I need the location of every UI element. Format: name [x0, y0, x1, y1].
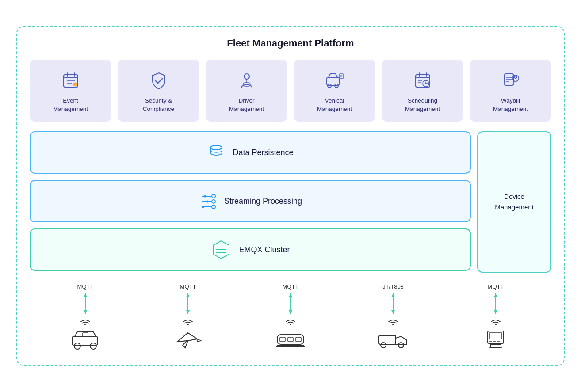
svg-rect-63 — [280, 337, 285, 342]
car-icon — [69, 328, 101, 351]
device-management-label: DeviceManagement — [495, 191, 534, 213]
svg-point-51 — [74, 343, 80, 349]
emqx-label: EMQX Cluster — [239, 245, 290, 255]
arrow-terminal — [491, 293, 500, 315]
arrow-car — [81, 293, 90, 315]
tier-emqx: EMQX Cluster — [30, 228, 471, 271]
svg-point-73 — [381, 343, 386, 348]
vehicle-train: MQTT — [239, 283, 342, 351]
svg-rect-65 — [296, 337, 301, 342]
svg-marker-60 — [289, 310, 292, 314]
vehical-label: VehicalManagement — [317, 97, 352, 114]
truck-icon — [377, 328, 409, 351]
svg-rect-14 — [340, 74, 343, 79]
wifi-terminal — [489, 316, 502, 325]
security-label: Security &Compliance — [143, 97, 174, 114]
svg-point-8 — [244, 74, 249, 79]
streaming-icon — [199, 192, 217, 210]
main-area: Data Persistence — [30, 131, 551, 273]
train-icon — [275, 328, 306, 351]
platform-container: Fleet Management Platform ! EventManagem… — [16, 26, 565, 366]
tier-data-persistence: Data Persistence — [30, 131, 471, 174]
protocol-terminal: MQTT — [488, 283, 504, 290]
svg-marker-70 — [391, 310, 395, 314]
waybill-label: WaybillManagement — [493, 97, 528, 114]
arrow-plane — [183, 293, 192, 315]
security-icon — [147, 69, 170, 92]
terminal-icon — [480, 328, 512, 351]
module-event[interactable]: ! EventManagement — [30, 60, 111, 122]
modules-row: ! EventManagement Security &Compliance — [30, 60, 551, 122]
plane-icon — [172, 328, 204, 351]
svg-point-61 — [290, 324, 291, 325]
svg-marker-77 — [494, 310, 497, 314]
driver-label: DriverManagement — [229, 97, 264, 114]
svg-point-32 — [210, 145, 222, 150]
svg-point-74 — [398, 343, 404, 348]
module-security[interactable]: Security &Compliance — [118, 60, 199, 122]
svg-rect-50 — [72, 336, 98, 345]
svg-point-57 — [187, 324, 189, 325]
svg-text:!: ! — [75, 84, 76, 87]
svg-marker-76 — [494, 293, 497, 297]
svg-point-33 — [212, 194, 215, 198]
svg-point-71 — [392, 324, 394, 325]
svg-point-39 — [203, 195, 206, 198]
vehicle-car: MQTT — [34, 283, 137, 351]
svg-marker-69 — [391, 293, 395, 297]
protocol-plane: MQTT — [180, 283, 196, 290]
svg-point-34 — [212, 200, 215, 203]
wifi-car — [79, 316, 92, 325]
svg-rect-64 — [288, 337, 293, 342]
scheduling-label: SchedulingManagement — [405, 97, 440, 114]
svg-marker-59 — [289, 293, 292, 297]
svg-marker-55 — [186, 293, 190, 297]
protocol-train: MQTT — [283, 283, 299, 290]
platform-title: Fleet Management Platform — [30, 38, 551, 49]
emqx-icon — [210, 239, 232, 260]
data-persistence-label: Data Persistence — [233, 148, 293, 157]
module-scheduling[interactable]: SchedulingManagement — [382, 60, 463, 122]
svg-point-41 — [202, 206, 204, 208]
tier-streaming: Streaming Processing — [30, 180, 471, 222]
wifi-truck — [387, 316, 399, 325]
driver-icon — [235, 69, 258, 92]
svg-rect-62 — [277, 335, 304, 344]
svg-point-49 — [84, 324, 86, 325]
protocol-car: MQTT — [77, 283, 94, 290]
svg-marker-48 — [84, 310, 87, 314]
left-column: Data Persistence — [30, 131, 471, 273]
event-label: EventManagement — [53, 97, 88, 114]
svg-rect-53 — [83, 333, 88, 336]
module-waybill[interactable]: WaybillManagement — [470, 60, 551, 122]
streaming-label: Streaming Processing — [224, 197, 302, 206]
svg-rect-84 — [490, 344, 501, 348]
module-vehical[interactable]: VehicalManagement — [294, 60, 375, 122]
event-icon: ! — [59, 69, 82, 92]
vehicle-truck: JT/T808 — [342, 283, 444, 351]
svg-point-78 — [495, 324, 497, 325]
wifi-train — [284, 316, 297, 325]
database-icon — [207, 143, 226, 162]
svg-point-31 — [514, 76, 516, 79]
svg-point-35 — [212, 205, 215, 209]
vehicle-terminal: MQTT — [444, 283, 547, 351]
bottom-section: MQTT — [30, 283, 551, 351]
arrow-train — [286, 293, 295, 315]
device-management-box: DeviceManagement — [477, 131, 551, 273]
wifi-plane — [182, 316, 194, 325]
svg-marker-47 — [84, 293, 87, 297]
waybill-icon — [499, 69, 522, 92]
vehical-icon — [323, 69, 346, 92]
arrow-truck — [389, 293, 398, 315]
svg-point-52 — [90, 343, 96, 349]
vehicle-plane: MQTT — [137, 283, 239, 351]
svg-point-40 — [206, 201, 208, 203]
svg-rect-80 — [489, 333, 502, 339]
module-driver[interactable]: DriverManagement — [206, 60, 287, 122]
svg-marker-56 — [186, 310, 190, 314]
scheduling-icon — [411, 69, 434, 92]
protocol-truck: JT/T808 — [382, 283, 404, 290]
right-column: DeviceManagement — [477, 131, 551, 273]
